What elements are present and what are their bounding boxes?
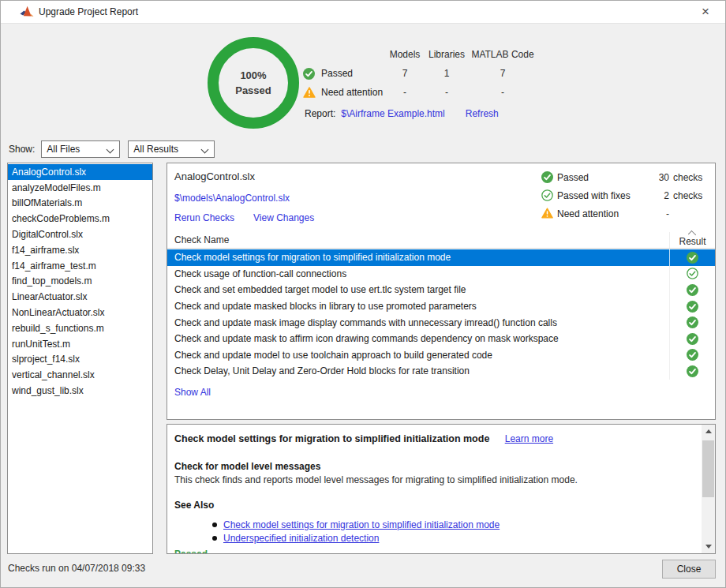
attention-matlab-code-count: - [467,87,538,98]
file-list-item[interactable]: analyzeModelFiles.m [8,180,152,196]
check-row[interactable]: Check Delay, Unit Delay and Zero-Order H… [167,363,715,380]
selected-file-title: AnalogControl.slx [174,170,255,182]
ring-label: Passed [235,83,271,98]
chevron-down-icon [107,146,114,154]
passed-matlab-code-count: 7 [467,68,538,79]
passed-icon [669,331,715,347]
passed-icon [303,68,316,80]
show-label: Show: [9,144,35,155]
column-matlab-code: MATLAB Code [467,49,538,60]
results-panel: AnalogControl.slx $\models\AnalogControl… [167,163,716,420]
attention-libraries-count: - [426,87,467,98]
see-also-link-1[interactable]: Check model settings for migration to si… [223,519,500,530]
report-label: Report: [305,108,335,119]
ring-percent: 100% [240,68,266,83]
check-name: Check model settings for migration to si… [167,249,669,266]
check-row[interactable]: Check and update mask to affirm icon dra… [167,331,715,347]
file-filter-value: All Files [47,144,80,155]
check-row[interactable]: Check and update masked blocks in librar… [167,298,715,315]
scroll-up-icon[interactable] [702,425,715,438]
check-name: Check and update mask image display comm… [167,314,669,331]
file-filter-dropdown[interactable]: All Files [41,140,120,158]
status-text: Checks run on 04/07/2018 09:33 [8,563,145,574]
file-list-item[interactable]: wind_gust_lib.slx [8,383,152,399]
result-filter-value: All Results [133,144,178,155]
file-list-item[interactable]: AnalogControl.slx [8,164,152,180]
stat-attention-count: - [647,208,669,219]
detail-section-text: This check finds and reports model level… [174,474,578,485]
report-file-link[interactable]: $\Airframe Example.html [341,108,444,119]
result-column-header[interactable]: Result [669,232,715,248]
check-name: Check and update masked blocks in librar… [167,298,669,315]
stat-fixes-count: 2 [647,190,669,201]
matlab-icon [20,6,34,18]
learn-more-link[interactable]: Learn more [505,433,553,444]
refresh-link[interactable]: Refresh [466,108,499,119]
passed-with-fixes-icon [669,266,715,283]
bullet-icon [212,522,217,527]
passed-icon [669,282,715,298]
file-list-item[interactable]: slproject_f14.slx [8,352,152,368]
file-list-item[interactable]: checkCodeProblems.m [8,211,152,227]
check-name: Check usage of function-call connections [167,266,669,283]
file-list-item[interactable]: NonLinearActuator.slx [8,305,152,320]
file-path-link[interactable]: $\models\AnalogControl.slx [174,193,290,204]
detail-scrollbar[interactable] [702,425,715,553]
file-list-item[interactable]: f14_airframe_test.m [8,258,152,274]
detail-section-heading: Check for model level messages [174,461,320,472]
stat-fixes-label: Passed with fixes [557,190,647,201]
check-table-body: Check model settings for migration to si… [167,249,715,380]
see-also-link-2[interactable]: Underspecified initialization detection [223,533,379,544]
check-row[interactable]: Check and set embedded target model to u… [167,282,715,298]
result-filter-dropdown[interactable]: All Results [128,140,215,158]
passed-icon [669,347,715,364]
stat-fixes-unit: checks [669,190,705,201]
list-item: Underspecified initialization detection [212,532,500,545]
window-title: Upgrade Project Report [39,6,138,17]
report-row: Report: $\Airframe Example.html Refresh [305,108,499,119]
check-name: Check and update model to use toolchain … [167,347,669,364]
view-changes-link[interactable]: View Changes [253,212,314,223]
file-list-item[interactable]: rebuild_s_functions.m [8,320,152,336]
column-libraries: Libraries [426,49,467,60]
check-row[interactable]: Check and update model to use toolchain … [167,347,715,364]
scrollbar-thumb[interactable] [702,440,714,497]
file-list-item[interactable]: runUnitTest.m [8,336,152,352]
overview-summary-table: Models Libraries MATLAB Code Passed 7 1 … [303,45,538,102]
file-list-item[interactable]: billOfMaterials.m [8,196,152,212]
chevron-down-icon [201,146,209,154]
overview-passed-label: Passed [321,68,353,79]
check-row[interactable]: Check and update mask image display comm… [167,314,715,331]
file-list-item[interactable]: LinearActuator.slx [8,289,152,305]
show-all-link[interactable]: Show All [174,387,211,398]
check-row[interactable]: Check usage of function-call connections [167,266,715,283]
check-name: Check and set embedded target model to u… [167,282,669,298]
file-list-item[interactable]: f14_airframe.slx [8,242,152,258]
check-stats: Passed 30 checks Passed with fixes 2 che… [541,168,705,223]
file-list-item[interactable]: DigitalControl.slx [8,227,152,242]
passed-models-count: 7 [384,68,426,79]
overview-need-attention-label: Need attention [321,87,383,98]
scroll-down-icon[interactable] [702,540,715,553]
stat-passed-unit: checks [669,172,705,183]
passed-icon [669,298,715,315]
check-name-column-header[interactable]: Check Name [167,232,669,248]
window-close-icon[interactable]: × [695,3,716,21]
stat-attention-label: Need attention [557,208,647,219]
see-also-heading: See Also [174,500,214,511]
see-also-list: Check model settings for migration to si… [212,519,500,545]
file-list: AnalogControl.slxanalyzeModelFiles.mbill… [7,163,153,554]
passed-icon [669,363,715,380]
check-row[interactable]: Check model settings for migration to si… [167,249,715,266]
list-item: Check model settings for migration to si… [212,519,500,532]
passed-icon [669,314,715,331]
rerun-checks-link[interactable]: Rerun Checks [174,212,234,223]
check-name: Check and update mask to affirm icon dra… [167,331,669,347]
clipped-result-heading: Passed [174,549,208,554]
close-button[interactable]: Close [662,560,716,579]
passed-icon [669,249,715,266]
file-list-item[interactable]: vertical_channel.slx [8,367,152,383]
attention-models-count: - [384,87,426,98]
file-list-item[interactable]: find_top_models.m [8,274,152,290]
passed-with-fixes-icon [541,189,553,201]
